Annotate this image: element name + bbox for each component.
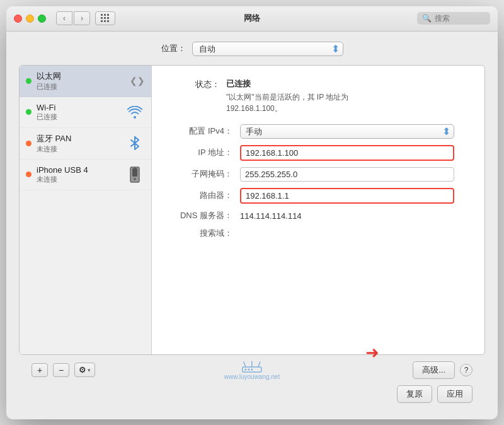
nav-buttons: ‹ ›: [56, 11, 90, 25]
router-input[interactable]: [240, 188, 454, 204]
router-watermark-icon: [239, 359, 265, 373]
help-button[interactable]: ?: [460, 364, 472, 376]
forward-button[interactable]: ›: [74, 11, 90, 25]
sidebar-item-bluetooth-status: 未连接: [37, 144, 120, 154]
title-bar: ‹ › 网络 🔍: [6, 6, 498, 32]
bottom-buttons-row: 复原 应用: [19, 385, 485, 410]
status-dot-wifi: [26, 109, 32, 115]
ip-address-input[interactable]: [240, 145, 454, 161]
subnet-mask-row: 子网掩码：: [169, 167, 467, 182]
ethernet-arrows: ❮❯: [130, 76, 145, 86]
config-ipv4-row: 配置 IPv4： 手动 自动 DHCP ⬍: [169, 124, 467, 139]
sidebar-item-bluetooth-name: 蓝牙 PAN: [37, 133, 120, 144]
router-field-wrap: [240, 188, 454, 204]
sidebar-item-iphone-status: 未连接: [37, 175, 120, 184]
gear-icon: ⚙: [79, 365, 86, 375]
status-detail: 已连接 "以太网"当前是活跃的，其 IP 地址为192.168.1.100。: [226, 78, 348, 114]
wifi-icon: [125, 102, 145, 122]
location-row: 位置： 自动 ⬍: [19, 42, 485, 56]
svg-line-7: [258, 362, 260, 367]
search-domain-row: 搜索域：: [169, 228, 467, 239]
sidebar-item-ethernet-name: 以太网: [37, 71, 125, 82]
content-area: 位置： 自动 ⬍ 以太网 已连接 ❮❯: [6, 32, 498, 419]
advanced-button[interactable]: 高级...: [413, 361, 455, 379]
sidebar-item-ethernet-info: 以太网 已连接: [37, 71, 125, 91]
remove-connection-button[interactable]: −: [53, 363, 69, 377]
config-ipv4-select[interactable]: 手动 自动 DHCP: [240, 124, 454, 139]
status-description: "以太网"当前是活跃的，其 IP 地址为192.168.1.100。: [226, 91, 348, 114]
svg-point-8: [244, 369, 246, 371]
sidebar-item-ethernet-status: 已连接: [37, 82, 125, 91]
minimize-button[interactable]: [26, 15, 34, 23]
search-input[interactable]: [435, 14, 485, 23]
location-label: 位置：: [161, 43, 186, 54]
sidebar-item-wifi-status: 已连接: [37, 112, 120, 122]
window-title: 网络: [244, 13, 260, 24]
ip-address-label: IP 地址：: [169, 147, 232, 158]
gear-chevron-icon: ▾: [88, 367, 91, 373]
traffic-lights: [14, 15, 46, 23]
sidebar-item-wifi-name: Wi-Fi: [37, 103, 120, 112]
dns-field-wrap: 114.114.114.114: [240, 210, 454, 221]
sidebar-item-iphone-info: iPhone USB 4 未连接: [37, 165, 120, 184]
sidebar-item-iphone-name: iPhone USB 4: [37, 165, 120, 175]
bluetooth-icon: [125, 133, 145, 153]
reset-button[interactable]: 复原: [397, 385, 432, 403]
add-connection-button[interactable]: +: [32, 363, 48, 377]
grid-icon: [101, 14, 110, 23]
watermark: www.luyouwang.net: [224, 359, 280, 380]
sidebar-item-bluetooth[interactable]: 蓝牙 PAN 未连接: [20, 128, 151, 160]
subnet-mask-field-wrap: [240, 167, 454, 182]
dns-row: DNS 服务器： 114.114.114.114: [169, 210, 467, 221]
status-dot-iphone: [26, 172, 32, 177]
config-ipv4-label: 配置 IPv4：: [169, 125, 232, 137]
sidebar-item-iphone[interactable]: iPhone USB 4 未连接: [20, 160, 151, 190]
dns-value: 114.114.114.114: [240, 209, 302, 223]
sidebar: 以太网 已连接 ❮❯ Wi-Fi 已连接: [20, 66, 152, 354]
action-buttons: 高级... ?: [413, 361, 472, 379]
sidebar-item-bluetooth-info: 蓝牙 PAN 未连接: [37, 133, 120, 154]
subnet-mask-label: 子网掩码：: [169, 168, 232, 180]
watermark-text: www.luyouwang.net: [224, 373, 280, 380]
ip-address-field-wrap: [240, 145, 454, 161]
router-label: 路由器：: [169, 190, 232, 201]
search-icon: 🔍: [422, 14, 432, 23]
search-domain-label: 搜索域：: [169, 228, 232, 239]
back-button[interactable]: ‹: [56, 11, 72, 25]
router-row: 路由器：: [169, 188, 467, 204]
status-connected-value: 已连接: [226, 78, 348, 90]
status-row: 状态： 已连接 "以太网"当前是活跃的，其 IP 地址为192.168.1.10…: [169, 78, 467, 114]
gear-menu-button[interactable]: ⚙ ▾: [74, 363, 95, 377]
svg-rect-3: [134, 168, 136, 168]
grid-view-button[interactable]: [95, 11, 115, 25]
subnet-mask-input[interactable]: [240, 167, 454, 182]
status-label: 状态：: [169, 78, 220, 90]
status-dot-ethernet: [26, 78, 32, 84]
config-ipv4-select-wrap: 手动 自动 DHCP ⬍: [240, 124, 454, 139]
search-box: 🔍: [417, 12, 490, 25]
iphone-device-icon: [125, 165, 145, 185]
bottom-bar: + − ⚙ ▾ www.l: [19, 355, 485, 385]
location-select[interactable]: 自动: [192, 42, 343, 56]
close-button[interactable]: [14, 15, 22, 23]
svg-point-9: [248, 369, 249, 371]
network-window: ‹ › 网络 🔍 位置： 自动 ⬍: [6, 6, 498, 419]
sidebar-item-wifi-info: Wi-Fi 已连接: [37, 103, 120, 122]
sidebar-item-ethernet[interactable]: 以太网 已连接 ❮❯: [20, 66, 151, 97]
sidebar-item-wifi[interactable]: Wi-Fi 已连接: [20, 97, 151, 128]
detail-panel: 状态： 已连接 "以太网"当前是活跃的，其 IP 地址为192.168.1.10…: [152, 66, 484, 354]
status-dot-bluetooth: [26, 141, 32, 146]
location-select-wrap: 自动 ⬍: [192, 42, 343, 56]
svg-line-5: [244, 362, 246, 367]
apply-button[interactable]: 应用: [437, 385, 472, 403]
main-body: 以太网 已连接 ❮❯ Wi-Fi 已连接: [19, 65, 485, 355]
arrow-indicator: ➜: [365, 343, 379, 363]
svg-rect-1: [132, 168, 137, 177]
dns-label: DNS 服务器：: [169, 210, 232, 221]
ip-address-row: IP 地址：: [169, 145, 467, 161]
svg-point-2: [134, 178, 136, 180]
maximize-button[interactable]: [38, 15, 46, 23]
svg-point-10: [251, 369, 253, 371]
